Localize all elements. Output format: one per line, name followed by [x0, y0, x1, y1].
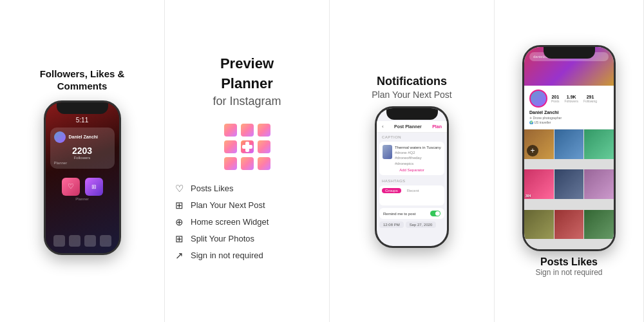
feature-text-3: Split Your Photos — [191, 234, 254, 243]
svg-rect-10 — [242, 145, 252, 149]
stat-posts: 201 Posts — [551, 95, 560, 103]
phone-mockup-1: 5:11 Daniel Zanchi 2203 Followers Planne… — [44, 100, 121, 255]
phone1-time: 5:11 — [76, 117, 88, 124]
caption-text-block: Thermal waters in Tuscany #drone #Q2 #dr… — [395, 145, 441, 167]
caption-text: Thermal waters in Tuscany — [395, 145, 441, 150]
follower-label: Followers — [54, 156, 111, 160]
widget-username: Daniel Zanchi — [69, 135, 99, 139]
grid-cell-4: 304 — [524, 169, 554, 199]
phone2-plan-btn[interactable]: Plan — [432, 124, 442, 129]
phone1-notch — [57, 102, 108, 114]
grid-cell-9 — [584, 210, 614, 240]
grid-cell-1: + — [524, 129, 554, 159]
feature-text-4: Sign in not required — [191, 251, 263, 260]
phone3-avatar — [529, 90, 547, 108]
svg-rect-0 — [224, 124, 237, 137]
widget-avatar — [54, 131, 66, 143]
remind-toggle-label: Remind me to post — [383, 212, 415, 216]
feature-text-1: Plan Your Next Post — [191, 200, 265, 210]
section4-wrapper: danielzanchi 201 Posts 1.9K — [515, 0, 623, 322]
heart-icon: ♡ — [173, 183, 185, 194]
svg-rect-8 — [258, 157, 270, 170]
phone-mockup-2: ‹ Post Planner Plan CAPTION Thermal wate… — [375, 106, 449, 248]
feature-list: ♡ Posts Likes ⊞ Plan Your Next Post ⊕ Ho… — [173, 183, 321, 267]
feature-item-2: ⊕ Home screen Widget — [173, 216, 321, 228]
follower-count: 2203 — [54, 146, 111, 156]
stat-followers: 1.9K Followers — [565, 95, 578, 103]
section-preview: Preview Planner for Instagram ♡ Posts Li… — [165, 0, 330, 322]
svg-rect-5 — [258, 140, 270, 153]
stat-following-num: 291 — [583, 95, 597, 99]
phone3-profile-area: 201 Posts 1.9K Followers 291 Following — [524, 86, 614, 129]
widget-user-row: Daniel Zanchi — [54, 131, 111, 143]
section4-subheadline: Sign in not required — [535, 268, 602, 277]
grid-cell-8 — [554, 210, 584, 240]
feature-text-2: Home screen Widget — [191, 217, 269, 227]
recent-tab[interactable]: Recent — [404, 188, 422, 193]
hash-grid-icon — [222, 121, 273, 173]
stat-following: 291 Following — [583, 95, 597, 103]
hashtags-box: Groups Recent — [379, 185, 444, 205]
section2-headline: Preview — [220, 55, 274, 72]
dock-icon-2 — [69, 235, 80, 247]
phone3-stats: 201 Posts 1.9K Followers 291 Following — [551, 95, 597, 103]
caption-content: Thermal waters in Tuscany #drone #Q2 #dr… — [383, 145, 441, 167]
feature-item-0: ♡ Posts Likes — [173, 183, 321, 194]
app-labels: Planner — [75, 197, 89, 201]
section2-subheadline1: Planner — [221, 75, 273, 92]
feature-text-0: Posts Likes — [191, 184, 233, 193]
phone3-bio-line2: 🌍 US traveller — [529, 120, 609, 125]
grid-cell-3 — [584, 129, 614, 159]
planner-label: Planner — [54, 161, 111, 165]
heart-app-icon: ♡ — [62, 178, 80, 196]
hashtags-section-title: HASHTAGS — [377, 176, 447, 184]
signin-icon: ↗ — [173, 250, 185, 261]
grid-cell-2 — [554, 129, 584, 159]
add-separator[interactable]: Add Separator — [383, 168, 441, 172]
split-icon: ⊞ — [173, 233, 185, 245]
phone3-photo-grid: + 304 — [524, 129, 614, 249]
svg-rect-2 — [258, 124, 270, 137]
stat-posts-num: 201 — [551, 95, 560, 99]
grid-app-icon: ⊞ — [85, 178, 103, 196]
remind-toggle-row: Remind me to post — [379, 208, 444, 219]
caption-hashtags-text: #drone #Q2 #droneoftheday #dronepics — [395, 150, 441, 166]
date-button[interactable]: Sep 27, 2020 — [406, 222, 437, 228]
widget-icon: ⊕ — [173, 216, 185, 228]
add-fab[interactable]: + — [527, 145, 538, 156]
feature-item-4: ↗ Sign in not required — [173, 250, 321, 261]
section1-headline: Followers, Likes &Comments — [40, 68, 125, 93]
grid-cell-7 — [524, 210, 554, 240]
phone2-notch — [386, 108, 438, 120]
feature-item-1: ⊞ Plan Your Next Post — [173, 200, 321, 211]
hashtag-tabs: Groups Recent — [382, 188, 442, 193]
caption-thumbnail — [383, 145, 392, 159]
section3-subheadline: Plan Your Next Post — [372, 90, 452, 100]
section4-headline: Posts Likes — [540, 256, 598, 268]
followers-widget: Daniel Zanchi 2203 Followers Planner — [50, 128, 115, 169]
phone3-avatar-row: 201 Posts 1.9K Followers 291 Following — [529, 90, 609, 108]
caption-box: Thermal waters in Tuscany #drone #Q2 #dr… — [379, 142, 444, 176]
calendar-icon: ⊞ — [173, 200, 185, 211]
dock-icon-4 — [100, 235, 111, 247]
phone-mockup-3: danielzanchi 201 Posts 1.9K — [522, 45, 616, 251]
phone3-screen: danielzanchi 201 Posts 1.9K — [524, 47, 614, 249]
svg-rect-7 — [241, 157, 254, 170]
phone2-screen: ‹ Post Planner Plan CAPTION Thermal wate… — [377, 108, 447, 246]
remind-toggle[interactable] — [430, 211, 440, 216]
phone2-nav: ‹ Post Planner Plan — [377, 121, 447, 133]
section2-subheadline2: for Instagram — [213, 95, 281, 108]
section3-headline: Notifications — [377, 75, 447, 88]
time-row: 12:08 PM Sep 27, 2020 — [379, 222, 444, 228]
stat-following-label: Following — [583, 99, 597, 103]
section-followers: Followers, Likes &Comments 5:11 Daniel Z… — [0, 0, 165, 322]
time-button[interactable]: 12:08 PM — [379, 222, 404, 228]
hashtag-content-placeholder — [382, 195, 442, 203]
like-count-overlay: 304 — [526, 194, 531, 198]
svg-rect-6 — [224, 157, 237, 170]
section-posts-likes: danielzanchi 201 Posts 1.9K — [495, 0, 644, 322]
app-icons-row: ♡ ⊞ — [62, 178, 103, 196]
groups-tab[interactable]: Groups — [382, 188, 401, 193]
phone2-nav-title: Post Planner — [394, 124, 422, 129]
feature-item-3: ⊞ Split Your Photos — [173, 233, 321, 245]
